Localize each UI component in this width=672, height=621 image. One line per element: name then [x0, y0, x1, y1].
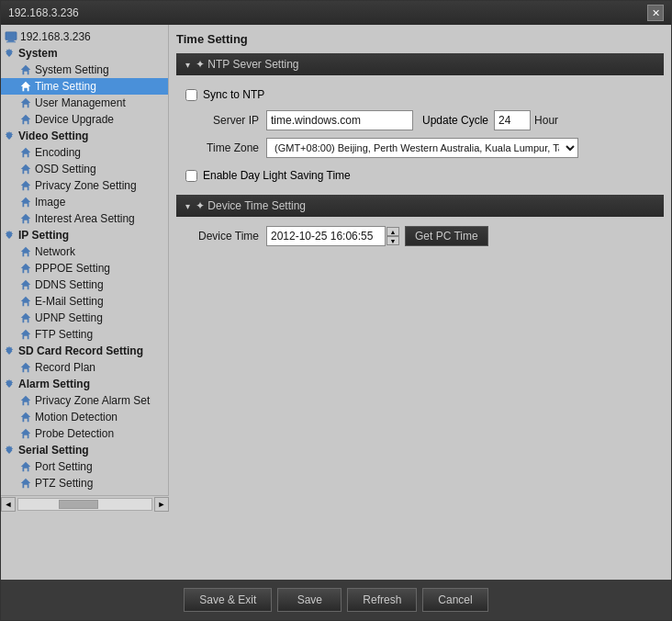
- sidebar-item-email[interactable]: E-Mail Setting: [1, 293, 168, 310]
- ntp-collapse-arrow: ▾: [185, 60, 190, 70]
- house-icon-time-setting: [19, 80, 32, 93]
- svg-marker-7: [21, 115, 31, 125]
- sidebar-ip-setting-label: IP Setting: [18, 229, 69, 242]
- sidebar-scroll-left[interactable]: ◄: [1, 497, 16, 512]
- sidebar-item-system[interactable]: System: [1, 45, 168, 62]
- svg-marker-9: [21, 148, 31, 158]
- house-icon-osd: [19, 163, 32, 175]
- cancel-button[interactable]: Cancel: [422, 588, 487, 612]
- ntp-section-label: ✦ NTP Sever Setting: [196, 58, 299, 71]
- sync-ntp-label: Sync to NTP: [203, 88, 264, 101]
- sidebar-item-privacy-zone-alarm[interactable]: Privacy Zone Alarm Set: [1, 392, 168, 409]
- sidebar-item-encoding[interactable]: Encoding: [1, 144, 168, 161]
- computer-icon: [5, 30, 17, 43]
- gear-icon-serial: [3, 444, 16, 457]
- close-button[interactable]: ✕: [647, 5, 664, 21]
- sidebar-item-upnp[interactable]: UPNP Setting: [1, 310, 168, 326]
- house-icon-encoding: [19, 146, 32, 159]
- hour-label: Hour: [534, 114, 558, 127]
- svg-marker-24: [21, 396, 31, 406]
- refresh-button[interactable]: Refresh: [347, 588, 417, 612]
- sidebar-item-port-setting[interactable]: Port Setting: [1, 458, 168, 475]
- update-cycle-input[interactable]: [494, 110, 531, 130]
- sidebar-video-setting-label: Video Setting: [18, 130, 88, 142]
- sidebar-item-ip-setting[interactable]: IP Setting: [1, 227, 168, 243]
- page-title: Time Setting: [176, 32, 664, 46]
- svg-rect-1: [8, 40, 15, 42]
- sidebar-ip-label: 192.168.3.236: [20, 30, 91, 43]
- save-exit-button[interactable]: Save & Exit: [184, 588, 272, 612]
- sync-ntp-checkbox[interactable]: [185, 89, 197, 101]
- svg-marker-26: [21, 429, 31, 439]
- server-ip-input[interactable]: [266, 110, 413, 130]
- device-time-spinner: ▲ ▼: [386, 227, 399, 245]
- sidebar-ip[interactable]: 192.168.3.236: [1, 28, 168, 45]
- get-pc-time-button[interactable]: Get PC Time: [405, 226, 488, 246]
- time-spinner-down[interactable]: ▼: [386, 236, 399, 245]
- sidebar-item-serial-setting[interactable]: Serial Setting: [1, 442, 168, 458]
- house-icon-ddns: [19, 278, 32, 291]
- sidebar-item-ftp[interactable]: FTP Setting: [1, 326, 168, 343]
- ntp-section-header[interactable]: ▾ ✦ NTP Sever Setting: [176, 53, 664, 75]
- sidebar-record-plan-label: Record Plan: [35, 361, 95, 374]
- sidebar-user-management-label: User Management: [35, 96, 126, 109]
- sidebar-probe-detection-label: Probe Detection: [35, 427, 114, 440]
- svg-marker-6: [21, 98, 31, 108]
- sidebar-item-osd-setting[interactable]: OSD Setting: [1, 161, 168, 177]
- sidebar-scrollbar[interactable]: [17, 498, 152, 511]
- sidebar-item-record-plan[interactable]: Record Plan: [1, 359, 168, 376]
- gear-icon-ip: [3, 229, 16, 242]
- sidebar-item-interest-area[interactable]: Interest Area Setting: [1, 210, 168, 227]
- sidebar-system-setting-label: System Setting: [35, 63, 109, 76]
- sidebar-port-setting-label: Port Setting: [35, 460, 93, 473]
- sidebar-upnp-label: UPNP Setting: [35, 311, 103, 324]
- sidebar-privacy-zone-setting-label: Privacy Zone Setting: [35, 179, 137, 192]
- main-window: 192.168.3.236 ✕ 192.168.3.236: [0, 0, 672, 621]
- sidebar-item-user-management[interactable]: User Management: [1, 95, 168, 111]
- house-icon-motion: [19, 411, 32, 423]
- svg-marker-29: [21, 479, 31, 489]
- daylight-label: Enable Day Light Saving Time: [203, 169, 351, 182]
- main-content: Time Setting ▾ ✦ NTP Sever Setting Sync …: [169, 25, 671, 580]
- sidebar-encoding-label: Encoding: [35, 146, 81, 159]
- sidebar-item-privacy-zone-setting[interactable]: Privacy Zone Setting: [1, 177, 168, 194]
- svg-marker-16: [21, 264, 31, 274]
- sidebar-item-time-setting[interactable]: Time Setting: [1, 78, 168, 95]
- sidebar-item-video-setting[interactable]: Video Setting: [1, 128, 168, 144]
- sidebar-item-ddns[interactable]: DDNS Setting: [1, 277, 168, 293]
- sidebar-time-setting-label: Time Setting: [35, 80, 96, 93]
- sidebar-item-device-upgrade[interactable]: Device Upgrade: [1, 111, 168, 128]
- content-spacer: [176, 254, 664, 572]
- house-icon-privacy-zone: [19, 179, 32, 192]
- sidebar-item-sd-card[interactable]: SD Card Record Setting: [1, 343, 168, 359]
- device-time-input[interactable]: [266, 226, 386, 246]
- save-button[interactable]: Save: [277, 588, 342, 612]
- svg-marker-18: [21, 297, 31, 307]
- gear-icon-sdcard: [3, 344, 16, 357]
- svg-rect-0: [6, 32, 17, 40]
- sidebar-scroll-right[interactable]: ►: [154, 497, 169, 512]
- device-time-section-label: ✦ Device Time Setting: [196, 199, 306, 212]
- gear-icon-system: [3, 47, 16, 60]
- sidebar-item-probe-detection[interactable]: Probe Detection: [1, 425, 168, 442]
- sidebar-item-motion-detection[interactable]: Motion Detection: [1, 409, 168, 425]
- time-zone-select[interactable]: (GMT+08:00) Beijing, Perth Western Austr…: [266, 138, 578, 158]
- house-icon-ftp: [19, 328, 32, 341]
- time-spinner-up[interactable]: ▲: [386, 227, 399, 236]
- daylight-checkbox[interactable]: [185, 170, 197, 182]
- device-time-section-header[interactable]: ▾ ✦ Device Time Setting: [176, 195, 664, 217]
- sidebar-item-system-setting[interactable]: System Setting: [1, 62, 168, 78]
- svg-marker-11: [21, 181, 31, 191]
- sidebar-item-image[interactable]: Image: [1, 194, 168, 210]
- svg-marker-19: [21, 313, 31, 323]
- house-icon-port: [19, 460, 32, 473]
- svg-marker-5: [21, 82, 31, 92]
- sidebar-item-ptz-setting[interactable]: PTZ Setting: [1, 475, 168, 491]
- house-icon-interest-area: [19, 212, 32, 225]
- daylight-row: Enable Day Light Saving Time: [176, 165, 664, 186]
- sidebar-email-label: E-Mail Setting: [35, 295, 104, 308]
- sidebar-item-pppoe[interactable]: PPPOE Setting: [1, 260, 168, 277]
- sidebar-item-alarm-setting[interactable]: Alarm Setting: [1, 376, 168, 392]
- sidebar-item-network[interactable]: Network: [1, 243, 168, 260]
- sync-ntp-row: Sync to NTP: [176, 85, 664, 105]
